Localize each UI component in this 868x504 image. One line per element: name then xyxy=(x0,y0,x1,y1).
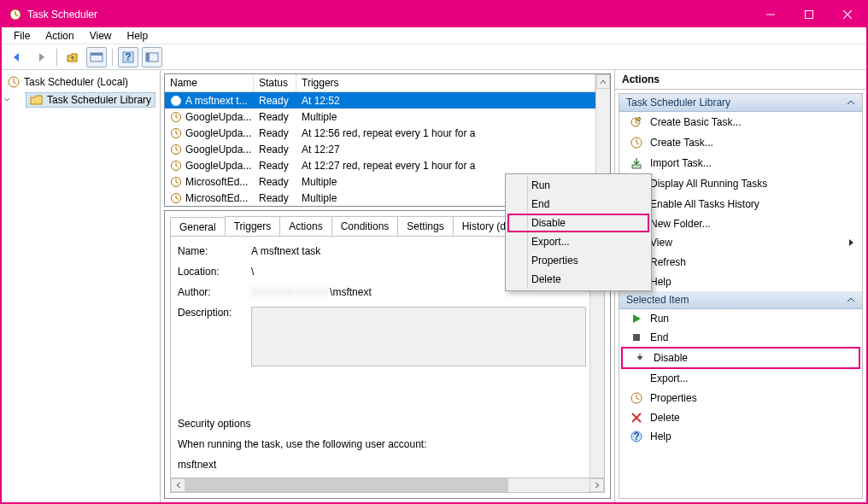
action-icon xyxy=(630,391,643,405)
h-scroll-thumb[interactable] xyxy=(185,478,508,492)
group-selected-label: Selected Item xyxy=(626,294,689,306)
action-new-folder-[interactable]: New Folder... xyxy=(619,214,862,233)
task-triggers: At 12:27 xyxy=(302,144,340,155)
task-row[interactable]: GoogleUpda...ReadyAt 12:27 red, repeat e… xyxy=(165,157,595,173)
context-item-run[interactable]: Run xyxy=(507,176,649,195)
scroll-left-button[interactable] xyxy=(171,478,185,492)
context-item-delete[interactable]: Delete xyxy=(507,270,649,289)
pane-toggle-1[interactable] xyxy=(86,47,107,67)
description-field[interactable] xyxy=(251,307,586,366)
action-display-all-running-tasks[interactable]: Display All Running Tasks xyxy=(619,173,862,194)
header-status[interactable]: Status xyxy=(254,74,296,91)
actions-pane: Actions Task Scheduler Library Create Ba… xyxy=(615,70,866,502)
task-list[interactable]: Name Status Triggers A msftnext t...Read… xyxy=(164,73,611,207)
tree-library-node[interactable]: Task Scheduler Library xyxy=(26,92,155,108)
action-end[interactable]: End xyxy=(619,328,862,347)
tab-general[interactable]: General xyxy=(170,217,226,237)
header-name[interactable]: Name xyxy=(165,74,254,91)
toolbar-separator xyxy=(56,49,57,66)
action-run[interactable]: Run xyxy=(619,309,862,328)
action-properties[interactable]: Properties xyxy=(619,388,862,408)
submenu-arrow-icon xyxy=(848,238,855,247)
action-label: New Folder... xyxy=(650,218,711,230)
tree-pane[interactable]: Task Scheduler (Local) Task Scheduler Li… xyxy=(2,70,161,502)
location-label: Location: xyxy=(178,266,248,278)
actions-body[interactable]: Task Scheduler Library Create Basic Task… xyxy=(619,93,863,499)
action-label: Delete xyxy=(650,412,680,424)
up-folder-button[interactable] xyxy=(62,47,83,67)
clock-icon xyxy=(170,127,182,139)
group-library-header[interactable]: Task Scheduler Library xyxy=(619,94,862,112)
action-delete[interactable]: Delete xyxy=(619,408,862,427)
clock-icon xyxy=(170,144,182,155)
header-triggers[interactable]: Triggers xyxy=(296,74,595,91)
action-help[interactable]: ?Help xyxy=(619,273,862,291)
titlebar[interactable]: Task Scheduler xyxy=(2,2,866,27)
menu-view[interactable]: View xyxy=(83,28,119,44)
task-triggers: Multiple xyxy=(302,111,337,123)
app-window: Task Scheduler File Action View Help ? T… xyxy=(0,0,868,504)
menu-file[interactable]: File xyxy=(7,28,37,44)
context-item-end[interactable]: End xyxy=(507,195,649,214)
security-user-value: msftnext xyxy=(178,459,586,471)
action-create-task-[interactable]: Create Task... xyxy=(619,132,862,153)
toolbar: ? xyxy=(2,44,866,70)
forward-button[interactable] xyxy=(31,47,51,67)
action-label: Disable xyxy=(654,352,688,364)
menu-action[interactable]: Action xyxy=(38,28,80,44)
menu-help[interactable]: Help xyxy=(120,28,155,44)
context-item-export-[interactable]: Export... xyxy=(507,232,649,251)
author-label: Author: xyxy=(178,286,248,298)
details-h-scrollbar[interactable] xyxy=(170,478,605,493)
group-library-label: Task Scheduler Library xyxy=(626,97,730,108)
context-item-disable[interactable]: Disable xyxy=(507,214,649,232)
svg-rect-7 xyxy=(146,53,150,62)
collapse-icon[interactable] xyxy=(847,296,855,304)
context-menu: RunEndDisableExport...PropertiesDelete xyxy=(505,173,652,291)
task-row[interactable]: GoogleUpda...ReadyAt 12:27 xyxy=(165,141,595,157)
action-create-basic-task-[interactable]: Create Basic Task... xyxy=(619,112,862,132)
tab-triggers[interactable]: Triggers xyxy=(225,216,281,236)
task-name: A msftnext t... xyxy=(185,95,248,107)
expand-toggle[interactable] xyxy=(3,97,14,104)
task-row[interactable]: A msftnext t...ReadyAt 12:52 xyxy=(165,92,595,108)
h-scroll-track[interactable] xyxy=(185,478,589,492)
tab-actions[interactable]: Actions xyxy=(279,216,331,236)
action-icon xyxy=(630,115,643,129)
action-label: Properties xyxy=(650,392,697,404)
tab-conditions[interactable]: Conditions xyxy=(331,216,399,236)
help-button[interactable]: ? xyxy=(118,47,138,67)
svg-text:?: ? xyxy=(633,431,639,442)
tree-root[interactable]: Task Scheduler (Local) xyxy=(3,73,158,91)
action-import-task-[interactable]: Import Task... xyxy=(619,153,862,173)
pane-toggle-2[interactable] xyxy=(142,47,162,67)
scroll-up-button[interactable] xyxy=(596,74,610,89)
task-status: Ready xyxy=(259,111,289,123)
action-label: End xyxy=(650,331,668,343)
maximize-button[interactable] xyxy=(789,2,828,27)
toolbar-separator xyxy=(112,49,113,66)
action-view[interactable]: View xyxy=(619,233,862,252)
context-item-properties[interactable]: Properties xyxy=(507,251,649,270)
action-help[interactable]: ?Help xyxy=(619,427,862,446)
task-triggers: At 12:52 xyxy=(302,95,340,107)
scroll-right-button[interactable] xyxy=(589,478,604,492)
action-disable[interactable]: Disable xyxy=(621,347,860,369)
action-refresh[interactable]: Refresh xyxy=(619,252,862,273)
collapse-icon[interactable] xyxy=(847,98,855,107)
group-selected-header[interactable]: Selected Item xyxy=(619,291,862,309)
task-triggers: Multiple xyxy=(302,192,337,204)
task-row[interactable]: GoogleUpda...ReadyMultiple xyxy=(165,108,595,125)
action-export-[interactable]: Export... xyxy=(619,369,862,388)
action-icon xyxy=(630,156,643,170)
minimize-button[interactable] xyxy=(751,2,789,27)
close-button[interactable] xyxy=(828,2,866,27)
task-row[interactable]: GoogleUpda...ReadyAt 12:56 red, repeat e… xyxy=(165,125,595,141)
tab-settings[interactable]: Settings xyxy=(397,216,453,236)
back-button[interactable] xyxy=(7,47,27,67)
list-header[interactable]: Name Status Triggers xyxy=(165,74,595,92)
action-enable-all-tasks-history[interactable]: Enable All Tasks History xyxy=(619,194,862,214)
task-status: Ready xyxy=(259,95,289,107)
window-title: Task Scheduler xyxy=(27,9,751,21)
action-icon xyxy=(630,412,643,424)
